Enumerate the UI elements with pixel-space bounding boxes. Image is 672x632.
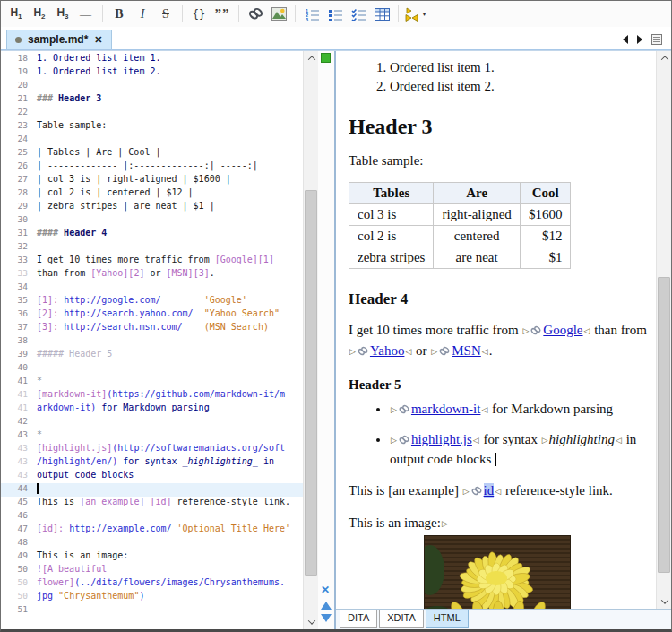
code-line[interactable]: 31#### Header 4 xyxy=(1,228,303,241)
code-line[interactable]: 50jpg "Chrysanthemum") xyxy=(1,591,303,604)
code-line[interactable]: 26| ------------- |:-------------:| ----… xyxy=(1,160,303,174)
text-cursor xyxy=(495,453,496,466)
code-line[interactable]: 23Table sample: xyxy=(1,120,303,134)
preview-link[interactable]: Yahoo xyxy=(370,343,405,358)
split-up-icon[interactable] xyxy=(321,602,332,610)
code-line[interactable]: 48 xyxy=(1,537,303,550)
scroll-tabs-right-icon[interactable] xyxy=(637,35,642,44)
tag-marker-icon: ▷ xyxy=(431,347,437,356)
code-line[interactable]: 51 xyxy=(1,604,303,618)
preview-tab-xdita[interactable]: XDITA xyxy=(379,610,424,628)
code-line[interactable]: 29| zebra stripes | are neat | $1 | xyxy=(1,201,303,214)
line-number: 23 xyxy=(1,120,37,134)
scrollbar-up-icon[interactable] xyxy=(657,51,672,65)
close-icon[interactable]: ✕ xyxy=(94,34,102,46)
code-line[interactable]: 21### Header 3 xyxy=(1,93,303,107)
ordered-list-button[interactable]: 123 xyxy=(300,4,323,25)
bold-button[interactable]: B xyxy=(108,4,131,25)
code-line[interactable]: 22 xyxy=(1,107,303,120)
code-line[interactable]: 43[highlight.js](http://softwaremaniacs.… xyxy=(1,443,303,456)
code-line[interactable]: 43output code blocks xyxy=(1,470,303,483)
code-line[interactable]: 41[markdown-it](https://github.com/markd… xyxy=(1,389,303,403)
code-line[interactable]: 20 xyxy=(1,80,303,93)
scroll-tabs-left-icon[interactable] xyxy=(623,35,628,44)
code-line[interactable]: 24 xyxy=(1,134,303,147)
blockquote-button[interactable]: ”” xyxy=(211,4,234,25)
preview-pane: Ordered list item 1.Ordered list item 2.… xyxy=(336,51,671,629)
chrysanthemum-image[interactable] xyxy=(424,535,571,609)
code-line[interactable]: 37[3]: http://search.msn.com/ (MSN Searc… xyxy=(1,322,303,335)
code-line[interactable]: 49This is an image: xyxy=(1,550,303,564)
code-line[interactable]: 41* xyxy=(1,376,303,389)
code-line[interactable]: 45This is [an example] [id] reference-st… xyxy=(1,497,303,510)
code-area[interactable]: 181. Ordered list item 1.191. Ordered li… xyxy=(1,51,303,629)
code-line[interactable]: 50![A beautiful xyxy=(1,564,303,577)
code-line[interactable]: 35[1]: http://google.com/ 'Google' xyxy=(1,295,303,308)
code-line[interactable]: 39##### Header 5 xyxy=(1,349,303,362)
line-number: 36 xyxy=(1,308,37,322)
split-down-icon[interactable] xyxy=(321,614,332,622)
preview-vertical-scrollbar[interactable] xyxy=(656,51,671,609)
code-line[interactable]: 43/highlight/en/) for syntax _highlighti… xyxy=(1,456,303,470)
tab-list-icon[interactable] xyxy=(651,34,662,45)
code-line[interactable]: 25| Tables | Are | Cool | xyxy=(1,147,303,160)
preview-link[interactable]: highlight.js xyxy=(411,432,472,446)
code-line[interactable]: 42 xyxy=(1,416,303,429)
scrollbar-thumb[interactable] xyxy=(305,190,317,576)
code-line[interactable]: 38 xyxy=(1,335,303,349)
editor-vertical-scrollbar[interactable] xyxy=(303,51,318,629)
preview-body[interactable]: Ordered list item 1.Ordered list item 2.… xyxy=(336,51,656,609)
list-item: ▷highlight.js◁ for syntax ▷highlighting◁… xyxy=(390,430,650,469)
insert-link-button[interactable] xyxy=(244,4,267,25)
preview-tab-dita[interactable]: DITA xyxy=(340,610,377,628)
strikethrough-button[interactable]: S xyxy=(154,4,177,25)
code-line[interactable]: 30 xyxy=(1,214,303,228)
heading1-button[interactable]: H1 xyxy=(4,4,28,25)
preview-tab-html[interactable]: HTML xyxy=(426,610,469,628)
code-line[interactable]: 33than from [Yahoo][2] or [MSN][3]. xyxy=(1,268,303,281)
code-line[interactable]: 47[id]: http://example.com/ 'Optional Ti… xyxy=(1,524,303,537)
insert-table-button[interactable] xyxy=(370,4,393,25)
code-line[interactable]: 32 xyxy=(1,241,303,255)
code-text: #### Header 4 xyxy=(37,228,107,241)
chevron-down-icon[interactable]: ▾ xyxy=(422,10,426,18)
code-line[interactable]: 191. Ordered list item 2. xyxy=(1,66,303,80)
code-text: ![A beautiful xyxy=(37,564,107,577)
scrollbar-down-icon[interactable] xyxy=(657,594,672,609)
code-line[interactable]: 50flower](../dita/flowers/images/Chrysan… xyxy=(1,577,303,591)
bullet-list-button[interactable] xyxy=(323,4,347,25)
heading2-button[interactable]: H2 xyxy=(28,4,51,25)
preview-link[interactable]: Google xyxy=(543,323,582,337)
code-line[interactable]: 40 xyxy=(1,362,303,376)
task-list-button[interactable] xyxy=(347,4,370,25)
tab-sample-md[interactable]: sample.md* ✕ xyxy=(6,30,112,49)
tag-markers-button[interactable]: ▾ xyxy=(403,4,426,25)
source-editor-pane[interactable]: 181. Ordered list item 1.191. Ordered li… xyxy=(1,51,336,629)
code-line[interactable]: 34 xyxy=(1,281,303,295)
code-line[interactable]: 44 xyxy=(1,483,303,497)
code-line[interactable]: 33I get 10 times more traffic from [Goog… xyxy=(1,255,303,268)
italic-button[interactable]: I xyxy=(131,4,154,25)
code-line[interactable]: 43* xyxy=(1,429,303,443)
heading3-button[interactable]: H3 xyxy=(51,4,74,25)
code-line[interactable]: 181. Ordered list item 1. xyxy=(1,53,303,66)
preview-link[interactable]: id xyxy=(484,483,495,498)
tag-marker-icon: ▷ xyxy=(391,405,397,414)
scrollbar-down-icon[interactable] xyxy=(304,615,319,629)
ordered-list-icon: 123 xyxy=(305,8,320,21)
code-button[interactable]: {} xyxy=(187,4,211,25)
preview-link[interactable]: MSN xyxy=(452,343,481,358)
scrollbar-thumb[interactable] xyxy=(658,277,670,573)
code-line[interactable]: 41arkdown-it) for Markdown parsing xyxy=(1,403,303,416)
scrollbar-up-icon[interactable] xyxy=(304,51,319,65)
insert-image-button[interactable] xyxy=(267,4,290,25)
code-token: | Tables | Are | Cool | xyxy=(37,147,160,157)
horizontal-rule-button[interactable]: — xyxy=(74,4,98,25)
preview-link[interactable]: markdown-it xyxy=(411,402,480,416)
code-line[interactable]: 27| col 3 is | right-aligned | $1600 | xyxy=(1,174,303,187)
tag-marker-icon: ◁ xyxy=(473,436,479,445)
close-preview-icon[interactable]: ✕ xyxy=(321,584,330,595)
code-line[interactable]: 46 xyxy=(1,510,303,524)
code-line[interactable]: 36[2]: http://search.yahoo.com/ "Yahoo S… xyxy=(1,308,303,322)
code-line[interactable]: 28| col 2 is | centered | $12 | xyxy=(1,187,303,201)
